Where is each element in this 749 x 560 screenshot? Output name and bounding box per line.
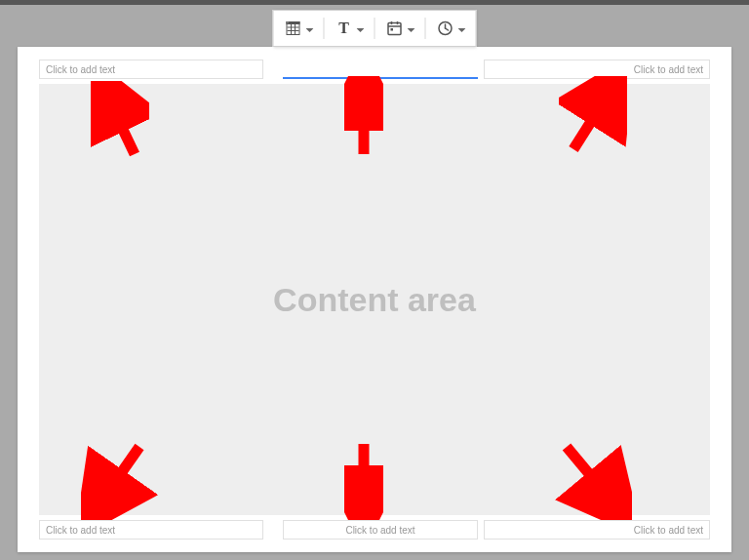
toolbar-divider (374, 18, 375, 39)
header-center-input[interactable] (283, 60, 478, 79)
placeholder-text: Click to add text (46, 525, 115, 536)
placeholder-text: Click to add text (634, 64, 703, 75)
chevron-down-icon (408, 20, 415, 37)
page-canvas: Click to add text Click to add text Clic… (18, 47, 731, 552)
insert-time-button[interactable] (430, 15, 472, 42)
chevron-down-icon (357, 20, 365, 37)
chevron-down-icon (306, 20, 314, 37)
content-grid-area[interactable] (39, 84, 710, 515)
insert-text-button[interactable]: T (329, 15, 371, 42)
svg-rect-6 (287, 21, 300, 24)
table-icon (284, 19, 303, 38)
svg-rect-1 (288, 23, 299, 34)
placeholder-text: Click to add text (634, 525, 703, 536)
placeholder-text: Click to add text (46, 64, 115, 75)
footer-right-input[interactable]: Click to add text (484, 520, 710, 540)
svg-rect-13 (391, 28, 394, 31)
text-icon: T (335, 19, 354, 38)
footer-center-input[interactable]: Click to add text (283, 520, 478, 540)
svg-line-16 (446, 28, 449, 30)
placeholder-text: Click to add text (345, 525, 414, 536)
insert-table-button[interactable] (278, 15, 320, 42)
date-icon (385, 19, 405, 38)
footer-left-input[interactable]: Click to add text (39, 520, 263, 540)
toolbar-divider (324, 18, 325, 39)
toolbar-divider (425, 18, 426, 39)
header-right-input[interactable]: Click to add text (484, 60, 710, 79)
time-icon (436, 19, 455, 38)
svg-text:T: T (338, 20, 349, 36)
svg-rect-9 (388, 23, 401, 35)
insert-date-button[interactable] (379, 15, 421, 42)
chevron-down-icon (458, 20, 466, 37)
floating-toolbar: T (273, 10, 477, 47)
svg-rect-7 (288, 22, 289, 23)
app-top-bar (0, 0, 749, 5)
header-left-input[interactable]: Click to add text (39, 60, 263, 79)
